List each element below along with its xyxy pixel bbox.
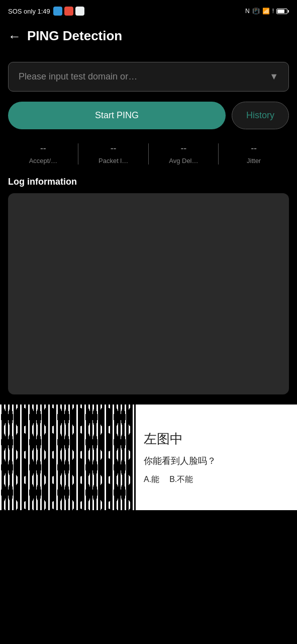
- button-row: Start PING History: [8, 102, 289, 129]
- vibrate-icon: 📳: [252, 8, 260, 15]
- log-area: [8, 193, 289, 394]
- stat-avgdel-value: --: [180, 143, 186, 154]
- card-option-b[interactable]: B.不能: [169, 474, 193, 485]
- stat-accept-value: --: [40, 143, 46, 154]
- card-question-title: 左图中: [144, 430, 289, 448]
- status-right: N 📳 📶 !: [245, 8, 289, 15]
- bottom-card-text: 左图中 你能看到人脸吗？ A.能 B.不能: [136, 405, 297, 510]
- dropdown-arrow-icon: ▼: [269, 71, 278, 82]
- wifi-icon: 📶: [262, 8, 270, 15]
- stat-packet-label: Packet l…: [98, 157, 128, 165]
- stripes-pattern: [0, 405, 136, 510]
- card-option-a[interactable]: A.能: [144, 474, 159, 485]
- card-question-sub: 你能看到人脸吗？: [144, 454, 289, 468]
- app-icon-1: [53, 7, 62, 16]
- back-button[interactable]: ←: [8, 30, 21, 43]
- stat-packet: -- Packet l…: [78, 143, 149, 165]
- history-button[interactable]: History: [232, 102, 289, 129]
- start-ping-button[interactable]: Start PING: [8, 102, 226, 129]
- stat-accept: -- Accept/…: [8, 143, 78, 165]
- stat-jitter: -- Jitter: [219, 143, 289, 165]
- app-icon-3: [75, 7, 84, 16]
- stat-jitter-value: --: [251, 143, 257, 154]
- stat-avgdel-label: Avg Del…: [169, 157, 198, 165]
- page-title: PING Detection: [27, 28, 122, 44]
- bottom-card-image: [0, 405, 136, 510]
- log-section-title: Log information: [8, 177, 289, 187]
- card-options: A.能 B.不能: [144, 474, 289, 485]
- status-left: SOS only 1:49: [8, 7, 84, 16]
- status-bar: SOS only 1:49 N 📳 📶 !: [0, 0, 297, 22]
- bottom-card: 左图中 你能看到人脸吗？ A.能 B.不能: [0, 405, 297, 510]
- nfc-icon: N: [245, 8, 250, 15]
- status-app-icons: [53, 7, 84, 16]
- top-nav: ← PING Detection: [0, 22, 297, 52]
- stats-row: -- Accept/… -- Packet l… -- Avg Del… -- …: [8, 143, 289, 165]
- stripe-overlay: [0, 405, 136, 510]
- stat-packet-value: --: [111, 143, 117, 154]
- app-icon-2: [64, 7, 73, 16]
- status-sos-time: SOS only 1:49: [8, 8, 50, 15]
- stat-accept-label: Accept/…: [29, 157, 57, 165]
- domain-input-wrapper[interactable]: Please input test domain or… ▼: [8, 62, 289, 92]
- battery-icon: [276, 9, 289, 14]
- domain-input-placeholder: Please input test domain or…: [19, 71, 137, 82]
- alert-icon: !: [272, 8, 274, 15]
- stat-avgdel: -- Avg Del…: [149, 143, 219, 165]
- stat-jitter-label: Jitter: [247, 157, 261, 165]
- main-content: Please input test domain or… ▼ Start PIN…: [0, 52, 297, 405]
